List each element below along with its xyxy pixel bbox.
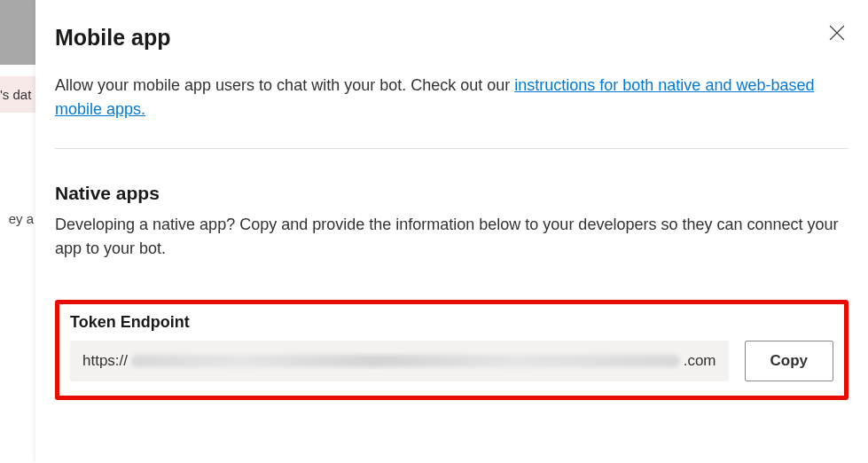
background-left-strip: [0, 0, 35, 65]
token-endpoint-row: https:// .com Copy: [70, 341, 833, 381]
mobile-app-panel: Mobile app Allow your mobile app users t…: [35, 0, 868, 463]
token-endpoint-highlight-box: Token Endpoint https:// .com Copy: [55, 300, 848, 400]
native-apps-title: Native apps: [55, 183, 848, 204]
native-apps-description: Developing a native app? Copy and provid…: [55, 213, 848, 261]
panel-header: Mobile app: [55, 25, 848, 51]
token-value-prefix: https://: [82, 352, 128, 370]
panel-title: Mobile app: [55, 25, 171, 51]
copy-button[interactable]: Copy: [745, 341, 834, 381]
close-icon: [829, 25, 845, 41]
section-divider: [55, 148, 848, 149]
token-value-redacted: [131, 355, 680, 367]
background-fragment-2: ey a: [0, 211, 34, 226]
close-button[interactable]: [825, 21, 848, 44]
description-text: Allow your mobile app users to chat with…: [55, 76, 514, 94]
background-fragment-1: 's dat: [0, 76, 35, 113]
token-endpoint-label: Token Endpoint: [70, 313, 833, 332]
panel-description: Allow your mobile app users to chat with…: [55, 74, 848, 122]
token-value-suffix: .com: [684, 352, 716, 370]
token-endpoint-field[interactable]: https:// .com: [70, 341, 729, 381]
